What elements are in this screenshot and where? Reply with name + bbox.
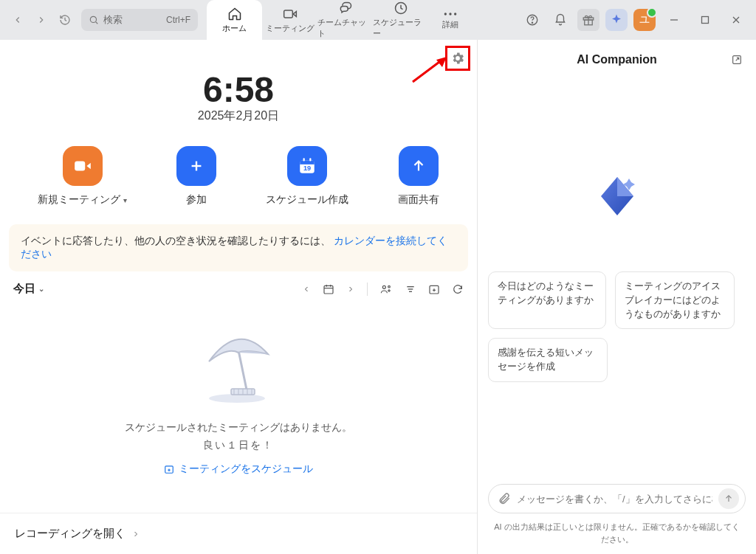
calendar-connect-banner: イベントに応答したり、他の人の空き状況を確認したりするには、 カレンダーを接続し… bbox=[9, 224, 468, 271]
ai-diamond-icon bbox=[594, 173, 641, 220]
window-maximize[interactable] bbox=[693, 9, 718, 31]
avatar-initial: ユ bbox=[639, 13, 650, 27]
svg-rect-29 bbox=[324, 285, 333, 294]
search-shortcut: Ctrl+F bbox=[166, 15, 190, 25]
refresh-button[interactable] bbox=[452, 283, 464, 295]
action-share: 画面共有 bbox=[398, 146, 439, 207]
video-icon bbox=[283, 7, 298, 21]
today-tools bbox=[302, 283, 464, 296]
action-new-meeting: 新規ミーティング ▾ bbox=[38, 146, 127, 207]
titlebar-right: ユ bbox=[521, 9, 749, 31]
chevron-right-icon bbox=[131, 530, 140, 539]
svg-rect-14 bbox=[702, 17, 709, 24]
svg-line-17 bbox=[413, 60, 442, 82]
annotation-arrow bbox=[410, 55, 450, 85]
calendar-icon-button[interactable] bbox=[323, 283, 334, 295]
empty-state: スケジュールされたミーティングはありません。 良い１日を！ ミーティングをスケジ… bbox=[0, 306, 477, 491]
open-external-button[interactable] bbox=[731, 54, 743, 66]
tab-scheduler[interactable]: スケジューラー bbox=[373, 0, 428, 40]
companion-disclaimer: AI の出力結果は正しいとは限りません。正確であるかを確認してください。 bbox=[478, 521, 756, 554]
help-button[interactable] bbox=[521, 9, 543, 31]
action-label: 新規ミーティング bbox=[38, 193, 120, 207]
join-button[interactable] bbox=[176, 146, 216, 186]
main-tabs: ホーム ミーティング チームチャット スケジューラー 詳細 bbox=[207, 0, 472, 40]
tab-meetings[interactable]: ミーティング bbox=[262, 0, 317, 40]
companion-title: AI Companion bbox=[577, 53, 656, 66]
svg-rect-2 bbox=[284, 10, 292, 18]
tab-team-chat[interactable]: チームチャット bbox=[317, 0, 373, 40]
svg-rect-26 bbox=[309, 158, 311, 161]
suggestion-card[interactable]: ミーティングのアイスブレイカーにはどのようなものがありますか bbox=[615, 271, 735, 329]
svg-point-6 bbox=[449, 13, 451, 15]
svg-rect-25 bbox=[303, 158, 304, 161]
companion-header: AI Companion bbox=[478, 40, 756, 77]
window-close[interactable] bbox=[724, 9, 749, 31]
umbrella-illustration bbox=[194, 328, 283, 409]
svg-line-1 bbox=[96, 22, 98, 24]
svg-point-33 bbox=[382, 285, 385, 288]
history-button[interactable] bbox=[55, 10, 75, 30]
contacts-icon-button[interactable] bbox=[379, 283, 393, 295]
suggestion-card[interactable]: 今日はどのようなミーティングがありますか bbox=[488, 271, 606, 329]
companion-input-bar bbox=[488, 484, 746, 513]
action-schedule: 19 スケジュール作成 bbox=[266, 146, 348, 207]
svg-point-7 bbox=[454, 13, 456, 15]
list-icon-button[interactable] bbox=[405, 283, 416, 295]
prev-day-button[interactable] bbox=[302, 285, 311, 294]
open-recordings-row[interactable]: レコーディングを開く bbox=[0, 513, 477, 554]
empty-link-text: ミーティングをスケジュール bbox=[179, 463, 313, 476]
suggestion-card[interactable]: 感謝を伝える短いメッセージを作成 bbox=[488, 338, 608, 382]
tab-more[interactable]: 詳細 bbox=[428, 0, 472, 40]
whats-new-button[interactable] bbox=[577, 9, 599, 31]
banner-text: イベントに応答したり、他の人の空き状況を確認したりするには、 bbox=[21, 235, 331, 246]
action-label: 画面共有 bbox=[398, 193, 439, 207]
chevron-down-icon[interactable]: ▾ bbox=[123, 196, 127, 204]
next-day-button[interactable] bbox=[346, 285, 355, 294]
quick-actions: 新規ミーティング ▾ 参加 19 スケジュール作成 画面共 bbox=[0, 124, 477, 224]
schedule-meeting-link[interactable]: ミーティングをスケジュール bbox=[164, 463, 313, 476]
profile-avatar[interactable]: ユ bbox=[633, 9, 656, 31]
search-icon bbox=[89, 15, 99, 25]
svg-point-5 bbox=[444, 13, 447, 15]
companion-input[interactable] bbox=[517, 494, 712, 505]
action-label: 参加 bbox=[186, 193, 207, 207]
tab-home[interactable]: ホーム bbox=[207, 0, 262, 40]
today-label: 今日 bbox=[13, 282, 35, 296]
chat-icon bbox=[338, 1, 353, 15]
empty-line1: スケジュールされたミーティングはありません。 bbox=[125, 421, 352, 434]
tab-label: チームチャット bbox=[317, 17, 373, 39]
search-placeholder: 検索 bbox=[103, 13, 162, 27]
clock-time: 6:58 bbox=[0, 69, 477, 110]
ai-companion-button[interactable] bbox=[605, 9, 628, 31]
search-box[interactable]: 検索 Ctrl+F bbox=[81, 9, 198, 31]
svg-text:19: 19 bbox=[303, 165, 311, 172]
home-icon bbox=[227, 7, 242, 21]
clock-icon bbox=[394, 1, 408, 15]
share-screen-button[interactable] bbox=[399, 146, 439, 186]
tab-label: ミーティング bbox=[266, 23, 315, 34]
send-button[interactable] bbox=[718, 488, 739, 509]
attach-button[interactable] bbox=[498, 492, 511, 505]
tab-label: ホーム bbox=[222, 23, 247, 34]
svg-point-0 bbox=[90, 16, 96, 22]
nav-back-button[interactable] bbox=[7, 10, 28, 30]
suggestions: 今日はどのようなミーティングがありますか ミーティングのアイスブレイカーにはどの… bbox=[488, 271, 746, 382]
companion-body: 今日はどのようなミーティングがありますか ミーティングのアイスブレイカーにはどの… bbox=[478, 77, 756, 484]
tab-label: スケジューラー bbox=[373, 17, 428, 39]
svg-marker-20 bbox=[86, 163, 90, 170]
separator bbox=[367, 283, 368, 296]
today-dropdown[interactable]: 今日 ⌄ bbox=[13, 282, 44, 296]
schedule-button[interactable]: 19 bbox=[287, 146, 327, 186]
nav-forward-button[interactable] bbox=[31, 10, 52, 30]
add-event-button[interactable] bbox=[428, 283, 440, 295]
settings-button[interactable] bbox=[445, 46, 470, 71]
window-minimize[interactable] bbox=[662, 9, 687, 31]
action-label: スケジュール作成 bbox=[266, 193, 348, 207]
recordings-label: レコーディングを開く bbox=[15, 527, 126, 541]
svg-point-9 bbox=[532, 22, 532, 23]
svg-point-43 bbox=[209, 394, 265, 403]
today-toolbar: 今日 ⌄ bbox=[0, 271, 477, 306]
notifications-button[interactable] bbox=[549, 9, 571, 31]
new-meeting-button[interactable] bbox=[63, 146, 103, 186]
home-panel: 6:58 2025年2月20日 新規ミーティング ▾ 参加 bbox=[0, 40, 477, 554]
